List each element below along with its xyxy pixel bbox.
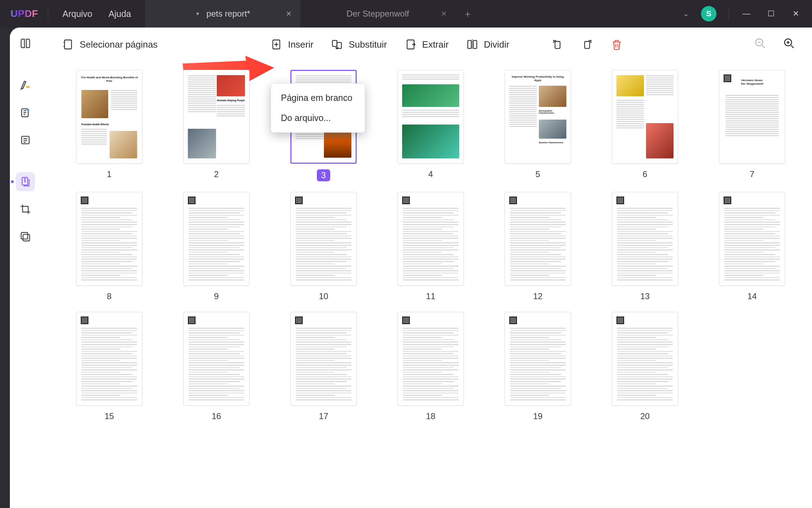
qr-code-icon xyxy=(509,196,517,204)
divider xyxy=(728,7,729,20)
organize-toolbar: Selecionar páginas Inserir Substituir Ex… xyxy=(41,28,812,61)
titlebar-right: ⌄ S ― ☐ ✕ xyxy=(683,0,812,28)
qr-code-icon xyxy=(81,316,88,324)
page-thumbnail[interactable]: 14 xyxy=(719,192,785,301)
menu-file[interactable]: Arquivo xyxy=(62,9,92,19)
close-tab-icon[interactable]: ✕ xyxy=(441,10,447,18)
reader-mode-icon[interactable] xyxy=(16,34,35,53)
page-thumbnail[interactable]: Hermann HesseDer Steppenwolf 7 xyxy=(719,70,785,181)
page-thumbnail[interactable]: 13 xyxy=(612,192,678,301)
thumb-subheading: Baseline Characteristics xyxy=(539,141,566,144)
page-thumbnail[interactable]: 4 xyxy=(398,70,464,181)
tab-label: pets report* xyxy=(207,9,250,19)
tab-pets-report[interactable]: ▼ pets report* ✕ xyxy=(145,0,300,28)
qr-code-icon xyxy=(188,316,196,324)
page-number: 5 xyxy=(535,169,540,179)
page-thumbnail[interactable]: Improve Working Productivity in Using Ap… xyxy=(505,70,571,181)
thumb-heading: Hermann HesseDer Steppenwolf xyxy=(724,79,781,85)
app-logo: UPDF xyxy=(0,0,48,28)
add-tab-button[interactable]: ＋ xyxy=(455,0,480,28)
close-tab-icon[interactable]: ✕ xyxy=(286,10,292,18)
replace-label: Substituir xyxy=(349,39,387,50)
page-number: 8 xyxy=(107,291,111,301)
page-thumbnail[interactable]: 9 xyxy=(183,192,250,301)
svg-rect-4 xyxy=(21,232,28,239)
edit-tool-icon[interactable] xyxy=(16,103,35,122)
qr-code-icon xyxy=(402,196,410,204)
tab-steppenwolf[interactable]: Der Steppenwolf ✕ xyxy=(300,0,455,28)
main-menu: Arquivo Ajuda xyxy=(48,0,145,28)
page-thumbnail[interactable]: 16 xyxy=(183,312,250,421)
svg-rect-0 xyxy=(26,86,30,88)
tab-label: Der Steppenwolf xyxy=(346,9,409,19)
menu-help[interactable]: Ajuda xyxy=(109,9,131,19)
thumb-image-icon xyxy=(110,131,137,158)
page-thumbnail[interactable]: 6 xyxy=(612,70,678,181)
thumb-image-icon xyxy=(539,120,566,139)
rotate-right-button[interactable] xyxy=(581,38,593,50)
extract-button[interactable]: Extrair xyxy=(405,38,449,50)
qr-code-icon xyxy=(724,196,731,204)
comment-tool-icon[interactable] xyxy=(16,75,35,95)
page-thumbnail[interactable]: Animals Helping People 2 xyxy=(183,70,250,181)
maximize-icon[interactable]: ☐ xyxy=(765,9,777,18)
page-thumbnail[interactable]: 20 xyxy=(612,312,678,421)
page-thumbnail[interactable]: 8 xyxy=(76,192,142,301)
workspace: Selecionar páginas Inserir Substituir Ex… xyxy=(10,28,812,508)
thumb-subheading: Possible Health Effects xyxy=(81,123,109,126)
replace-button[interactable]: Substituir xyxy=(331,38,387,50)
crop-tool-icon[interactable] xyxy=(16,200,35,219)
page-number: 15 xyxy=(105,411,114,421)
page-thumbnail[interactable]: 12 xyxy=(505,192,571,301)
page-thumbnail[interactable]: 17 xyxy=(290,312,357,421)
insert-from-file-item[interactable]: Do arquivo... xyxy=(271,108,365,128)
document-tabs: ▼ pets report* ✕ Der Steppenwolf ✕ ＋ xyxy=(145,0,480,28)
svg-rect-5 xyxy=(23,234,30,241)
page-thumbnail[interactable]: 19 xyxy=(505,312,571,421)
insert-blank-page-item[interactable]: Página em branco xyxy=(271,88,365,108)
thumb-subheading: Animals Helping People xyxy=(217,99,245,102)
page-number: 4 xyxy=(428,169,433,179)
delete-page-button[interactable] xyxy=(611,38,623,50)
page-number: 16 xyxy=(212,411,221,421)
page-number: 12 xyxy=(533,291,543,301)
page-thumbnail[interactable]: 10 xyxy=(290,192,357,301)
chevron-down-icon[interactable]: ⌄ xyxy=(683,9,689,18)
page-thumbnail[interactable]: 18 xyxy=(398,312,464,421)
qr-code-icon xyxy=(616,316,624,324)
page-thumbnail[interactable]: The Health and Mood-Boosting Benefits of… xyxy=(76,70,142,181)
title-bar: UPDF Arquivo Ajuda ▼ pets report* ✕ Der … xyxy=(0,0,812,28)
page-number: 9 xyxy=(214,291,219,301)
qr-code-icon xyxy=(509,316,517,324)
form-tool-icon[interactable] xyxy=(16,131,35,150)
zoom-out-button[interactable] xyxy=(754,37,766,52)
thumb-image-icon xyxy=(539,86,566,107)
thumb-image-icon xyxy=(81,90,108,118)
zoom-in-button[interactable] xyxy=(783,37,795,52)
rotate-left-button[interactable] xyxy=(552,38,564,50)
page-thumbnail[interactable]: 11 xyxy=(398,192,464,301)
thumb-heading: The Health and Mood-Boosting Benefits of… xyxy=(81,76,138,83)
svg-rect-13 xyxy=(555,42,560,49)
page-number: 13 xyxy=(640,291,650,301)
tab-dropdown-icon[interactable]: ▼ xyxy=(195,11,200,17)
page-number: 17 xyxy=(319,411,328,421)
svg-rect-14 xyxy=(585,42,590,49)
page-number: 1 xyxy=(107,169,111,179)
qr-code-icon xyxy=(295,316,303,324)
insert-button[interactable]: Inserir xyxy=(270,38,313,50)
page-number: 11 xyxy=(426,291,436,301)
page-number: 10 xyxy=(319,291,328,301)
page-thumbnail[interactable]: 15 xyxy=(76,312,142,421)
close-window-icon[interactable]: ✕ xyxy=(790,9,801,18)
thumb-image-icon xyxy=(217,75,245,96)
minimize-icon[interactable]: ― xyxy=(741,9,752,18)
page-number-selected: 3 xyxy=(317,169,330,181)
zoom-controls xyxy=(754,37,795,52)
thumbnail-row: 151617181920 xyxy=(55,312,805,421)
user-avatar[interactable]: S xyxy=(701,6,716,22)
organize-pages-icon[interactable] xyxy=(16,172,35,191)
split-button[interactable]: Dividir xyxy=(466,38,509,50)
watermark-tool-icon[interactable] xyxy=(16,227,35,246)
select-pages-button[interactable]: Selecionar páginas xyxy=(62,38,158,50)
